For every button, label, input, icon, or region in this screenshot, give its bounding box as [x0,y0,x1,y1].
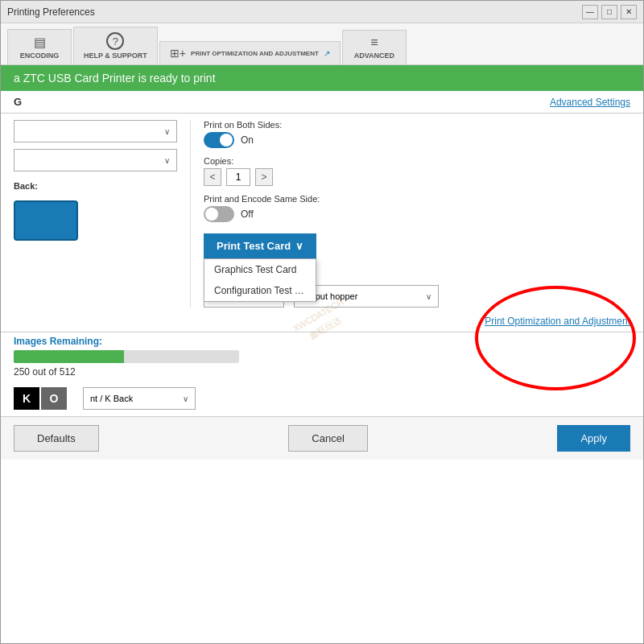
apply-button[interactable]: Apply [557,425,630,452]
dropdown2-row: ∨ [14,149,177,171]
ko-dropdown-value: nt / K Back [90,394,133,403]
right-section: Print on Both Sides: On Copies: < 1 > [191,120,630,308]
print-encode-state: Off [241,208,254,220]
print-test-area: Print Test Card ∨ Graphics Test Card Con… [204,233,630,258]
images-remaining-section: Images Remaining: 250 out of 512 [1,336,643,387]
toggle-knob-off [205,208,218,221]
tab-advanced[interactable]: ≡ ADVANCED [342,30,407,64]
print-opt-arrow: ↗ [324,49,330,58]
section-header: G Advanced Settings [1,91,643,114]
status-bar: a ZTC USB Card Printer is ready to print [1,65,643,91]
minimize-button[interactable]: — [582,5,598,19]
tab-help-support[interactable]: ? HELP & SUPPORT [73,27,158,64]
copies-increase[interactable]: > [255,168,273,186]
toggle-knob-on [220,134,233,147]
card-preview [14,200,78,241]
print-test-container: Print Test Card ∨ Graphics Test Card Con… [204,233,316,258]
divider1 [1,332,643,332]
print-test-card-button[interactable]: Print Test Card ∨ [204,233,316,258]
print-test-label: Print Test Card [217,240,291,252]
print-test-arrow: ∨ [295,240,303,252]
o-box: O [41,387,67,410]
print-opt-link-row: Print Optimization and Adjustment [1,314,643,328]
ko-section: K O nt / K Back ∨ [1,387,643,416]
print-both-sides-toggle[interactable] [204,132,234,148]
print-opt-label: PRINT OPTIMIZATION AND ADJUSTMENT [191,50,319,57]
dropdown1[interactable]: ∨ [14,120,177,142]
help-label: HELP & SUPPORT [84,52,147,60]
status-text: a ZTC USB Card Printer is ready to print [14,72,216,85]
main-window: Printing Preferences — □ ✕ ▤ ENCODING ? … [0,0,644,644]
tab-bar: ▤ ENCODING ? HELP & SUPPORT ⊞+ PRINT OPT… [1,23,643,65]
configuration-test-card-item[interactable]: Configuration Test Ca... [204,280,316,301]
print-optimization-link[interactable]: Print Optimization and Adjustment [485,316,630,327]
close-button[interactable]: ✕ [621,5,637,19]
print-encode-label: Print and Encode Same Side: [204,194,630,204]
advanced-icon: ≡ [370,35,378,50]
encoding-icon: ▤ [34,35,46,50]
print-opt-icon: ⊞+ [170,47,186,60]
copies-value: 1 [226,168,250,186]
copies-control: < 1 > [204,168,630,186]
print-encode-toggle-row: Off [204,206,630,222]
progress-bar-container [14,350,630,363]
advanced-settings-link[interactable]: Advanced Settings [550,97,630,108]
title-bar-controls: — □ ✕ [582,5,637,19]
images-remaining-text: 250 out of 512 [14,366,630,378]
graphics-test-card-item[interactable]: Graphics Test Card [204,259,316,280]
print-both-sides-label: Print on Both Sides: [204,120,630,130]
ko-dropdown[interactable]: nt / K Back ∨ [83,387,196,410]
print-both-sides-row: Print on Both Sides: On [204,120,630,148]
copies-row: Copies: < 1 > [204,156,630,186]
defaults-button[interactable]: Defaults [14,425,99,452]
back-label: Back: [14,181,177,191]
print-both-sides-state: On [241,134,254,146]
progress-bar [14,350,239,363]
encoding-label: ENCODING [20,52,60,60]
copies-decrease[interactable]: < [204,168,221,186]
print-encode-row: Print and Encode Same Side: Off [204,194,630,222]
cancel-button[interactable]: Cancel [288,425,367,452]
section-title: G [14,96,22,108]
restore-button[interactable]: □ [601,5,617,19]
left-section: ∨ ∨ Back: [14,120,191,308]
progress-fill [14,350,124,363]
content-area: ∨ ∨ Back: Print on Both Sides: [1,114,643,314]
dropdown2[interactable]: ∨ [14,149,177,171]
advanced-label: ADVANCED [354,52,394,60]
ko-box: K O [14,387,67,410]
title-bar: Printing Preferences — □ ✕ [1,1,643,23]
bottom-bar: Defaults Cancel Apply [1,416,643,460]
print-encode-toggle[interactable] [204,206,234,222]
print-test-dropdown: Graphics Test Card Configuration Test Ca… [204,258,316,302]
print-both-sides-toggle-row: On [204,132,630,148]
dropdown2-arrow: ∨ [164,156,170,165]
help-icon: ? [106,32,124,50]
tab-print-optimization[interactable]: ⊞+ PRINT OPTIMIZATION AND ADJUSTMENT ↗ [159,41,341,64]
k-box: K [14,387,39,410]
images-remaining-label: Images Remaining: [14,336,630,347]
window-title: Printing Preferences [7,6,95,18]
copies-label: Copies: [204,156,630,166]
tab-encoding[interactable]: ▤ ENCODING [7,29,72,64]
dropdown1-arrow: ∨ [164,127,170,136]
dropdown1-row: ∨ [14,120,177,142]
